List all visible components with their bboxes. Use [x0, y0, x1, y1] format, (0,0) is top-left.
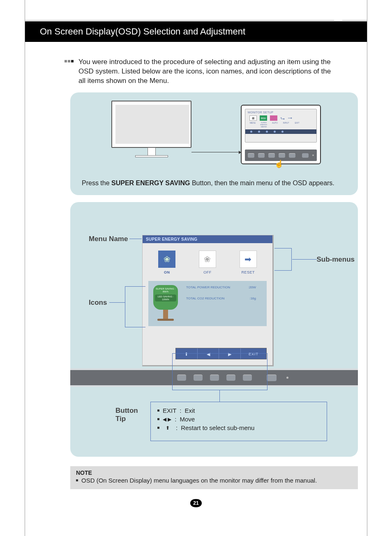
menu-icon: ▦ [249, 115, 257, 121]
label-sub-menus: Sub-menus [316, 255, 355, 264]
tip-exit-desc: Exit [185, 407, 195, 414]
hand-pointer-icon: ☝ [274, 159, 284, 168]
lbl-exit: EXIT [292, 122, 302, 128]
note-title: NOTE [76, 469, 352, 476]
button-tip-box: EXIT : Exit ◀ ▶ : Move ⬆ : Restart to se… [150, 402, 327, 441]
setup-title: MONITOR SETUP [248, 111, 314, 114]
panel1-caption: Press the SUPER ENERGY SAVING Button, th… [82, 179, 345, 188]
section-title: On Screen Display(OSD) Selection and Adj… [25, 21, 367, 37]
exit-icon: ⭢ [288, 116, 292, 121]
arrow-icon [191, 152, 241, 152]
stat1-label: TOTAL POWER REDUCTION [186, 285, 230, 290]
stat1-value: :20W [248, 285, 256, 290]
power-button [267, 375, 277, 381]
callout-line [129, 239, 142, 239]
tip-exit-key: EXIT [163, 407, 176, 414]
osd-option-on: ❀ ON [150, 251, 183, 274]
bullet-icon [157, 418, 159, 420]
stats-text: TOTAL POWER REDUCTION :20W TOTAL CO2 RED… [186, 285, 262, 301]
tree-led-text: LED SAVING : 10W/h [155, 294, 176, 301]
tree-icon: SUPER SAVING : 8W/h LED SAVING : 10W/h [152, 285, 180, 322]
callout-line [109, 302, 125, 303]
auto-icon [270, 115, 277, 121]
caption-prefix: Press the [82, 179, 111, 186]
label-icons: Icons [89, 299, 107, 307]
tip-move-desc: Move [180, 416, 195, 423]
arrow-up-return-icon: ⬆ [163, 425, 173, 431]
page-number: 21 [190, 499, 202, 507]
lbl-menu: MENU [248, 122, 258, 128]
osd-on-label: ON [150, 270, 183, 274]
tree-super-text: SUPER SAVING : 8W/h [153, 288, 178, 293]
osd-options-row: ❀ ON ❀ OFF ➡ RESET [143, 243, 272, 278]
note-text: OSD (On Screen Display) menu languages o… [81, 477, 317, 484]
manual-page: On Screen Display(OSD) Selection and Adj… [25, 0, 367, 536]
setup-label-row: MENU SUPER ENERGY SAVING AUTO INPUT EXIT [248, 122, 314, 128]
osd-window: SUPER ENERGY SAVING ❀ ON ❀ OFF ➡ RESET [142, 235, 274, 366]
caption-bold: SUPER ENERGY SAVING [111, 179, 190, 186]
section-header: On Screen Display(OSD) Selection and Adj… [25, 21, 367, 42]
monitor-setup-popup: MONITOR SETUP ▦ eco ⮑ ⭢ MENU SUPER ENERG… [241, 105, 321, 164]
note-box: NOTE OSD (On Screen Display) menu langua… [70, 466, 358, 489]
bullet-icon [157, 409, 159, 412]
lbl-ses: SUPER ENERGY SAVING [259, 122, 269, 128]
osd-option-reset: ➡ RESET [232, 251, 265, 274]
osd-off-label: OFF [191, 270, 224, 274]
callout-box-icons [125, 286, 145, 327]
osd-reset-label: RESET [232, 270, 265, 274]
osd-option-off: ❀ OFF [191, 251, 224, 274]
stat2-label: TOTAL CO2 REDUCTION [186, 296, 224, 301]
callout-line [292, 259, 317, 260]
callout-box-buttons [172, 353, 267, 390]
illustration-panel-bottom: SUPER ENERGY SAVING ❀ ON ❀ OFF ➡ RESET [70, 202, 358, 457]
tip-restart-desc: Restart to select sub-menu [181, 424, 254, 431]
monitor-illustration: MONITOR SETUP ▦ eco ⮑ ⭢ MENU SUPER ENERG… [111, 97, 317, 166]
label-menu-name: Menu Name [89, 235, 128, 243]
lbl-auto: AUTO [270, 122, 280, 128]
callout-line [219, 390, 220, 402]
leaf-on-icon: ❀ [158, 251, 175, 268]
illustration-panel-top: MONITOR SETUP ▦ eco ⮑ ⭢ MENU SUPER ENERG… [70, 92, 358, 195]
intro-paragraph: You were introduced to the procedure of … [78, 58, 333, 86]
label-button-tip: Button Tip [115, 407, 140, 423]
bullet-icon [76, 479, 78, 481]
caption-suffix: Button, then the main menu of the OSD ap… [190, 179, 334, 186]
crop-mark-top [25, 12, 367, 21]
power-led [286, 377, 288, 379]
bullet-decor [65, 60, 74, 62]
osd-titlebar: SUPER ENERGY SAVING [143, 235, 272, 243]
callout-box-submenus [274, 248, 292, 271]
intro-text: You were introduced to the procedure of … [78, 58, 331, 85]
leaf-off-icon: ❀ [199, 251, 216, 268]
eco-icon: eco [260, 115, 267, 121]
bullet-icon [157, 427, 159, 429]
setup-icon-row: ▦ eco ⮑ ⭢ [249, 115, 312, 121]
indicator-dots [245, 129, 316, 134]
osd-stats-panel: SUPER SAVING : 8W/h LED SAVING : 10W/h T… [148, 281, 267, 326]
stat2-value: :16g [249, 296, 256, 301]
input-icon: ⮑ [280, 116, 285, 121]
arrow-left-right-icon: ◀ ▶ [163, 416, 171, 422]
lbl-input: INPUT [281, 122, 291, 128]
reset-icon: ➡ [240, 251, 257, 268]
monitor-icon [111, 101, 191, 162]
